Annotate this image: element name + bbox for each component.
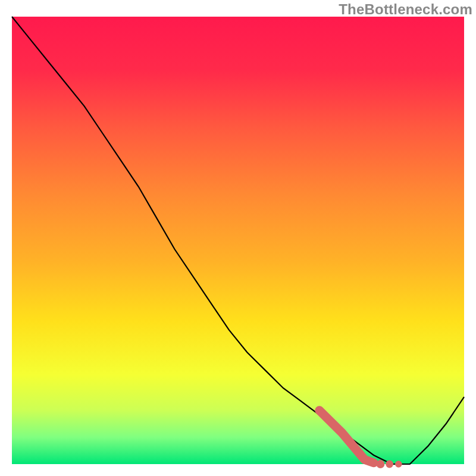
svg-point-2 xyxy=(395,461,402,468)
bottleneck-chart xyxy=(0,0,476,476)
svg-point-0 xyxy=(376,460,384,468)
svg-point-1 xyxy=(386,461,393,468)
chart-stage: TheBottleneck.com xyxy=(0,0,476,476)
plot-background xyxy=(12,17,464,464)
watermark-text: TheBottleneck.com xyxy=(339,1,472,18)
